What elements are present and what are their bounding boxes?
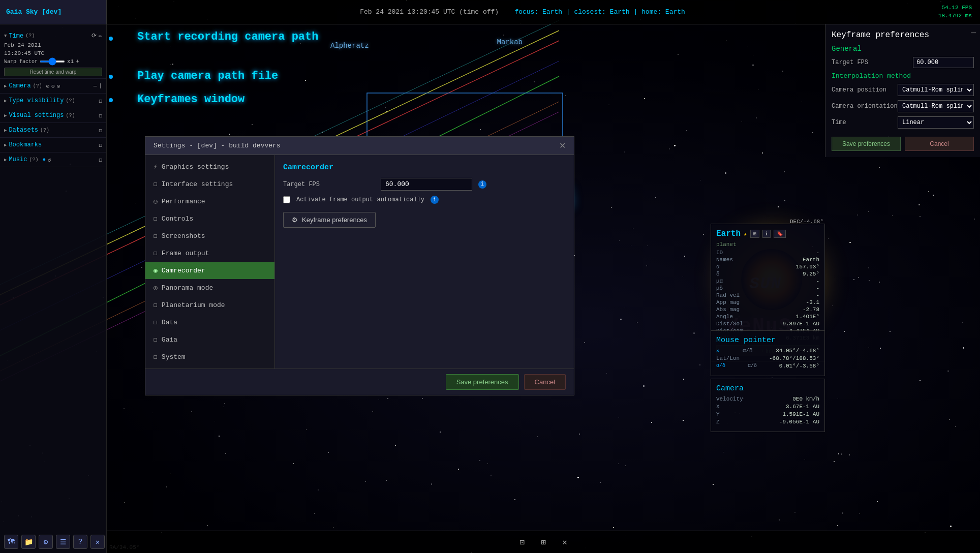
earth-bookmark-btn[interactable]: 🔖 (774, 230, 786, 238)
settings-nav-item-gaia[interactable]: ◻Gaia (145, 331, 274, 348)
earth-names-row: Names Earth (716, 257, 819, 263)
settings-nav-item-screenshots[interactable]: ◻Screenshots (145, 227, 274, 244)
nav-label-performance: Performance (162, 198, 205, 205)
warp-plus[interactable]: + (76, 58, 79, 65)
time-header[interactable]: ▼ Time (?) ⟳ ✏ (4, 30, 102, 41)
nav-label-screenshots: Screenshots (162, 232, 205, 240)
nav-label-camrecorder: Camrecorder (162, 267, 205, 274)
settings-nav-item-system[interactable]: ◻System (145, 348, 274, 365)
date-row: Feb 24 2021 (4, 41, 102, 49)
settings-nav-item-controls[interactable]: ◻Controls (145, 210, 274, 227)
nav-icon-data: ◻ (154, 318, 158, 326)
bottom-close-icon[interactable]: ✕ (557, 535, 572, 550)
earth-angle-row: Angle 1.4O1E° (716, 314, 819, 320)
type-visibility-header[interactable]: ▶ Type visibility (?) ◻ (4, 96, 102, 106)
earth-lock-btn[interactable]: ⊞ (750, 230, 759, 238)
mouse-pointer-panel: Mouse pointer ✕ α/δ 34.05°/-4.68° Lat/Lo… (711, 330, 825, 376)
earth-radvel-val: - (816, 292, 819, 298)
music-header[interactable]: ▶ Music (?) ● ↺ ◻ (4, 155, 102, 165)
camera-arrow: ▶ (4, 83, 7, 89)
nav-icon-controls: ◻ (154, 214, 158, 223)
settings-nav-item-planetarium[interactable]: ◻Planetarium mode (145, 296, 274, 314)
earth-info-icon-btn[interactable]: ℹ (762, 230, 771, 238)
bottom-icon-1[interactable]: ⊡ (514, 535, 530, 550)
earth-absmag-key: Abs mag (716, 306, 740, 313)
kp-buttons: Save preferences Cancel (832, 137, 974, 151)
reset-time-button[interactable]: Reset time and warp (4, 68, 102, 76)
close-icon-btn[interactable]: ✕ (90, 535, 105, 549)
cp-velocity-val: 0E0 km/h (792, 396, 819, 402)
activate-frame-checkbox[interactable] (283, 196, 290, 203)
time-label: Time (9, 33, 23, 40)
target-fps-input[interactable] (381, 178, 472, 191)
settings-nav-item-interface[interactable]: ◻Interface settings (145, 175, 274, 193)
cp-x-row: X 3.67E-1 AU (716, 404, 819, 410)
left-bottom-icons: 🗺 📁 ⚙ ☰ ? ✕ (4, 535, 105, 549)
kp-time-label: Time (832, 119, 846, 126)
cp-z-val: -9.056E-1 AU (779, 419, 819, 425)
settings-nav-item-camrecorder[interactable]: ◉Camrecorder (145, 262, 274, 279)
earth-title-row: Earth ★ ⊞ ℹ 🔖 (716, 229, 819, 238)
gear-icon-btn[interactable]: ⚙ (39, 535, 53, 549)
kp-time-select[interactable]: Linear Cubic Catmull-Rom spline (898, 116, 974, 129)
warp-row[interactable]: Warp factor x1 + (4, 57, 102, 66)
visual-settings-label: Visual settings (9, 112, 64, 119)
earth-radvel-key: Rad vel (716, 292, 740, 298)
settings-save-button[interactable]: Save preferences (446, 374, 519, 390)
settings-nav-item-panorama[interactable]: ◎Panorama mode (145, 279, 274, 296)
edit-icon[interactable]: ✏ (99, 32, 102, 40)
earth-names-val: Earth (803, 257, 819, 263)
kp-target-fps-input[interactable] (913, 57, 974, 68)
keyframe-preferences-button[interactable]: ⚙ Keyframe preferences (283, 212, 376, 228)
time-text: 13:20:45 UTC (4, 50, 44, 56)
mouse-pointer-title: Mouse pointer (716, 336, 819, 345)
app-title: Gaia Sky [dev] (0, 0, 107, 24)
earth-id-row: ID - (716, 250, 819, 256)
earth-names-key: Names (716, 257, 733, 263)
earth-mub-val: - (816, 285, 819, 291)
visual-settings-header[interactable]: ▶ Visual settings (?) ◻ (4, 110, 102, 120)
bottom-icon-2[interactable]: ⊞ (536, 535, 551, 550)
keyframe-panel-close[interactable]: — (971, 28, 976, 38)
time-row: 13:20:45 UTC (4, 49, 102, 57)
nav-icon-planetarium: ◻ (154, 301, 158, 309)
target-fps-info-dot[interactable]: i (478, 180, 486, 189)
cp-x-key: X (716, 404, 720, 410)
datasets-header[interactable]: ▶ Datasets (?) ◻ (4, 125, 102, 135)
settings-nav-item-graphics[interactable]: ⚡Graphics settings (145, 158, 274, 175)
warp-slider[interactable] (40, 60, 65, 63)
annotation-dot-2 (109, 75, 113, 79)
help-icon-btn[interactable]: ? (73, 535, 87, 549)
kp-cancel-button[interactable]: Cancel (905, 137, 974, 151)
camera-header[interactable]: ▶ Camera (?) ⊙ ⊙ ⊙ — | (4, 81, 102, 91)
earth-mub-row: μδ - (716, 285, 819, 291)
activate-frame-info-dot[interactable]: i (431, 196, 439, 204)
settings-cancel-button[interactable]: Cancel (524, 374, 566, 390)
earth-name: Earth (716, 229, 741, 238)
mp-xy-label2: α/δ (748, 363, 757, 369)
mp-lonlat-row: Lat/Lon -68.78°/188.53° (716, 355, 819, 361)
bookmarks-header[interactable]: ▶ Bookmarks ◻ (4, 140, 102, 150)
earth-id-key: ID (716, 250, 723, 256)
list-icon-btn[interactable]: ☰ (56, 535, 70, 549)
settings-nav-item-performance[interactable]: ◎Performance (145, 193, 274, 210)
nav-label-system: System (162, 353, 186, 361)
kp-target-fps-row: Target FPS (832, 57, 974, 68)
settings-nav-item-data[interactable]: ◻Data (145, 314, 274, 331)
settings-title-bar: Settings - [dev] - build devvers ✕ (145, 137, 574, 155)
kp-cam-pos-select[interactable]: Catmull-Rom spline Linear Cubic (898, 84, 974, 96)
map-icon-btn[interactable]: 🗺 (4, 535, 18, 549)
folder-icon-btn[interactable]: 📁 (21, 535, 36, 549)
kp-save-button[interactable]: Save preferences (832, 137, 901, 151)
activate-frame-row: Activate frame output automatically i (283, 196, 566, 204)
settings-nav-item-frame_output[interactable]: ◻Frame output (145, 244, 274, 262)
bookmarks-section: ▶ Bookmarks ◻ (0, 138, 106, 152)
bookmarks-label: Bookmarks (9, 141, 42, 148)
kp-cam-orient-select[interactable]: Catmull-Rom spline Linear Cubic (898, 100, 974, 112)
left-panel: ▼ Time (?) ⟳ ✏ Feb 24 2021 13:20:45 UTC … (0, 24, 107, 553)
app-title-text: Gaia Sky [dev] (6, 8, 62, 16)
nav-icon-performance: ◎ (154, 197, 158, 205)
nav-label-frame_output: Frame output (162, 250, 209, 257)
settings-close-button[interactable]: ✕ (559, 141, 566, 150)
cp-velocity-row: Velocity 0E0 km/h (716, 396, 819, 402)
